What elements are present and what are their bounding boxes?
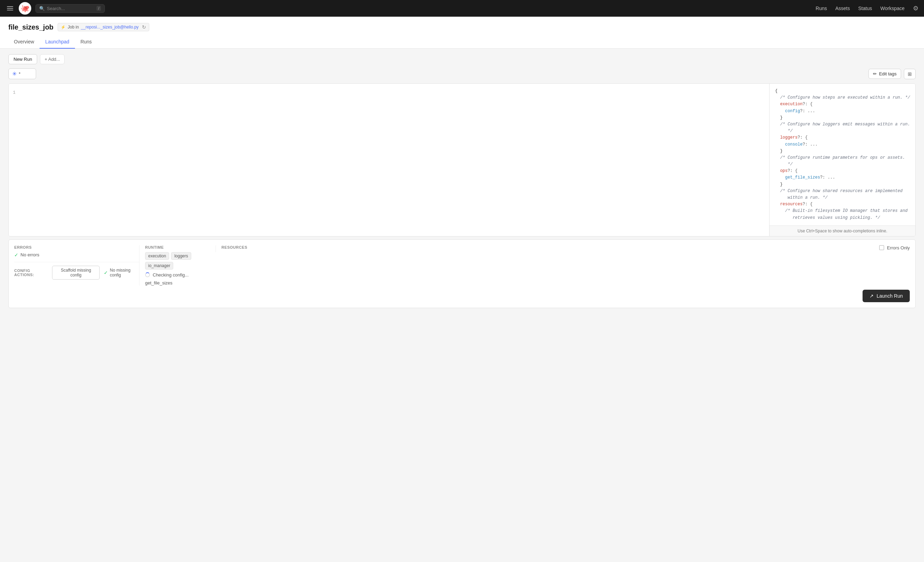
editor-left-panel[interactable]: 1 — [9, 84, 770, 236]
runtime-tags: execution loggers io_manager — [145, 252, 216, 269]
search-shortcut: / — [96, 6, 101, 11]
scaffold-button[interactable]: Scaffold missing config — [52, 266, 100, 279]
tag-value: * — [19, 71, 21, 77]
add-button[interactable]: + Add... — [40, 54, 64, 64]
job-label: Job in — [68, 25, 79, 30]
errors-only-column: Errors Only — [292, 245, 910, 251]
line-numbers: 1 — [9, 87, 769, 99]
runtime-tag-loggers: loggers — [171, 252, 191, 260]
config-actions: CONFIG ACTIONS: Scaffold missing config … — [14, 262, 139, 279]
nav-assets[interactable]: Assets — [836, 6, 850, 11]
runtime-tag-execution: execution — [145, 252, 169, 260]
settings-icon[interactable]: ⚙ — [913, 5, 918, 12]
new-run-button[interactable]: New Run — [8, 54, 37, 64]
panel-icon: ⊞ — [908, 71, 912, 77]
page-tabs: Overview Launchpad Runs — [8, 35, 916, 48]
no-missing-config: ✓ No missing config — [104, 268, 139, 278]
errors-only-row: Errors Only — [879, 245, 910, 251]
spinner-icon — [145, 272, 150, 277]
code-panel: { /* Configure how steps are executed wi… — [770, 84, 915, 236]
runtime-label: RUNTIME — [145, 245, 216, 249]
bottom-actions-bar: ↗ Launch Run — [14, 290, 910, 302]
nav-links: Runs Assets Status Workspace ⚙ — [816, 5, 918, 12]
main-content: New Run + Add... ✳ * ✏ Edit tags ⊞ 1 { — [0, 49, 924, 314]
job-link[interactable]: __reposi..._sizes_job@hello.py — [81, 25, 138, 30]
resources-label: RESOURCES — [222, 245, 292, 249]
editor-area: 1 { /* Configure how steps are executed … — [8, 83, 916, 236]
no-errors-text: No errors — [21, 252, 39, 257]
app-logo: 🐙 — [19, 2, 31, 15]
job-badge: ⚡ Job in __reposi..._sizes_job@hello.py … — [58, 23, 149, 31]
toolbar: New Run + Add... — [8, 54, 916, 64]
errors-only-checkbox[interactable] — [879, 245, 884, 250]
tab-overview[interactable]: Overview — [8, 35, 40, 49]
page-header: file_sizes_job ⚡ Job in __reposi..._size… — [0, 17, 924, 49]
bottom-panel: ERRORS ✓ No errors CONFIG ACTIONS: Scaff… — [8, 239, 916, 308]
launch-run-button[interactable]: ↗ Launch Run — [862, 290, 910, 302]
nav-runs[interactable]: Runs — [816, 6, 827, 11]
refresh-icon[interactable]: ↻ — [142, 24, 146, 30]
config-actions-label: CONFIG ACTIONS: — [14, 269, 48, 277]
top-navigation: 🐙 🔍 Search... / Runs Assets Status Works… — [0, 0, 924, 17]
nav-workspace[interactable]: Workspace — [880, 6, 904, 11]
tag-row: ✳ * ✏ Edit tags ⊞ — [8, 68, 916, 79]
check-circle-icon: ✓ — [14, 252, 18, 258]
resource-item: get_file_sizes — [145, 280, 216, 286]
tag-actions: ✏ Edit tags ⊞ — [868, 69, 916, 79]
search-icon: 🔍 — [39, 6, 45, 11]
search-bar[interactable]: 🔍 Search... / — [35, 4, 105, 13]
page-title: file_sizes_job — [8, 23, 54, 31]
checking-config-row: Checking config... — [145, 272, 216, 278]
tab-runs[interactable]: Runs — [75, 35, 98, 49]
editor-hint: Use Ctrl+Space to show auto-completions … — [770, 225, 915, 236]
launch-icon: ↗ — [870, 293, 874, 299]
tag-input[interactable]: ✳ * — [8, 68, 36, 79]
job-icon: ⚡ — [61, 25, 66, 30]
tab-launchpad[interactable]: Launchpad — [40, 35, 75, 49]
runtime-tag-io-manager: io_manager — [145, 262, 173, 269]
pencil-icon: ✏ — [873, 71, 877, 77]
check-circle-icon-2: ✓ — [104, 270, 108, 275]
hamburger-menu[interactable] — [6, 5, 15, 12]
errors-label: ERRORS — [14, 245, 139, 249]
panel-toggle-button[interactable]: ⊞ — [904, 69, 916, 79]
tag-asterisk-icon: ✳ — [12, 71, 16, 77]
errors-only-label: Errors Only — [887, 245, 910, 251]
errors-column: ERRORS ✓ No errors CONFIG ACTIONS: Scaff… — [14, 245, 139, 279]
search-placeholder: Search... — [47, 6, 65, 11]
no-errors-status: ✓ No errors — [14, 252, 139, 258]
edit-tags-button[interactable]: ✏ Edit tags — [868, 69, 901, 79]
launch-run-label: Launch Run — [876, 293, 903, 299]
code-editor[interactable]: { /* Configure how steps are executed wi… — [770, 84, 915, 225]
resources-column: RESOURCES — [216, 245, 292, 252]
runtime-column: RUNTIME execution loggers io_manager Che… — [139, 245, 216, 286]
bottom-full-row: ERRORS ✓ No errors CONFIG ACTIONS: Scaff… — [14, 245, 910, 286]
nav-status[interactable]: Status — [858, 6, 872, 11]
line-number-1: 1 — [13, 89, 765, 96]
checking-config-text: Checking config... — [153, 272, 189, 278]
